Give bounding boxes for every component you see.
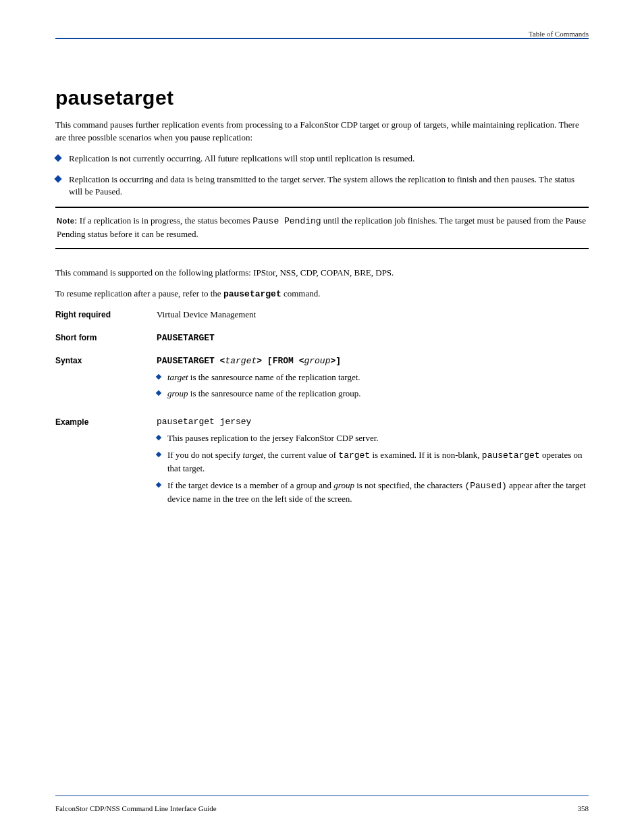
tip-paragraph: To resume replication after a pause, ref… (55, 288, 589, 301)
def-row-example: Example pausetarget jersey This pauses r… (55, 417, 589, 509)
syntax-bullet-text: target is the sanresource name of the re… (167, 371, 360, 384)
example-bullet-text: If the target device is a member of a gr… (167, 479, 589, 506)
shortform-value: PAUSETARGET (157, 333, 215, 343)
example-bullet-text: If you do not specify target, the curren… (167, 449, 589, 475)
bullet-item: Replication is occurring and data is bei… (55, 174, 589, 199)
diamond-icon (156, 435, 161, 440)
bullet-text: Replication is occurring and data is bei… (69, 174, 589, 199)
syntax-line: PAUSETARGET <target> [FROM <group>] (157, 355, 589, 366)
supports-platforms: IPStor, NSS, CDP, COPAN, BRE, DPS. (253, 267, 394, 278)
bottom-rule (55, 796, 589, 796)
header-text: Table of Commands (529, 30, 589, 38)
def-label: Example (55, 417, 157, 509)
diamond-icon (54, 154, 61, 161)
example-bullet: If you do not specify target, the curren… (157, 449, 589, 475)
tip-code: pausetarget (223, 289, 281, 299)
page-footer: FalconStor CDP/NSS Command Line Interfac… (55, 804, 589, 812)
def-row-rights: Right required Virtual Device Management (55, 309, 589, 320)
example-bullet: This pauses replication to the jersey Fa… (157, 432, 589, 445)
intro-paragraph: This command pauses further replication … (55, 119, 589, 145)
tip-before: To resume replication after a pause, ref… (55, 288, 223, 298)
syntax-bullet-text: group is the sanresource name of the rep… (167, 388, 361, 400)
diamond-icon (156, 452, 161, 457)
syntax-bullet: target is the sanresource name of the re… (157, 371, 589, 384)
diamond-icon (156, 482, 161, 488)
note-box: Note: If a replication is in progress, t… (55, 207, 589, 249)
example-bullet: If the target device is a member of a gr… (157, 479, 589, 506)
bullet-item: Replication is not currently occurring. … (55, 153, 589, 165)
example-bullet-text: This pauses replication to the jersey Fa… (167, 432, 379, 445)
note-text-before: If a replication is in progress, the sta… (80, 215, 252, 226)
def-label: Right required (55, 309, 157, 320)
footer-left: FalconStor CDP/NSS Command Line Interfac… (55, 804, 217, 812)
command-title: pausetarget (55, 86, 589, 109)
page-header: Table of Commands (55, 30, 589, 38)
top-rule (55, 38, 589, 39)
def-body: PAUSETARGET <target> [FROM <group>] targ… (157, 355, 589, 405)
syntax-bullet: group is the sanresource name of the rep… (157, 388, 589, 400)
example-code: pausetarget jersey (157, 417, 589, 427)
def-body: Virtual Device Management (157, 309, 589, 320)
def-body: PAUSETARGET (157, 332, 589, 343)
footer-right: 358 (578, 804, 589, 812)
supports-paragraph: This command is supported on the followi… (55, 267, 589, 280)
note-label: Note: (57, 217, 78, 225)
bullet-text: Replication is not currently occurring. … (69, 153, 414, 165)
diamond-icon (54, 175, 61, 182)
tip-after: command. (281, 288, 321, 298)
diamond-icon (156, 373, 161, 379)
supports-lead: This command is supported on the followi… (55, 267, 253, 278)
def-row-syntax: Syntax PAUSETARGET <target> [FROM <group… (55, 355, 589, 405)
def-row-shortform: Short form PAUSETARGET (55, 332, 589, 343)
def-body: pausetarget jersey This pauses replicati… (157, 417, 589, 509)
def-label: Syntax (55, 355, 157, 405)
def-label: Short form (55, 332, 157, 343)
diamond-icon (156, 390, 161, 396)
note-code: Pause Pending (252, 216, 321, 226)
